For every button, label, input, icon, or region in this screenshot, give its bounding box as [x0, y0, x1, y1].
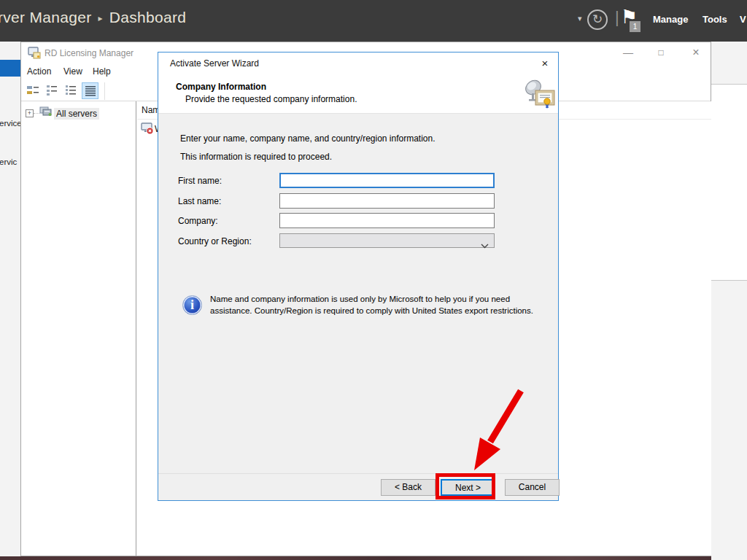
nav-item-fragment[interactable]: ervice: [0, 119, 20, 128]
close-button[interactable]: ×: [684, 44, 708, 61]
dashboard-tile-fragment: [711, 84, 747, 281]
cancel-button[interactable]: Cancel: [505, 479, 560, 496]
intro-line-1: Enter your name, company name, and count…: [180, 133, 436, 144]
company-label: Company:: [178, 216, 218, 226]
company-field[interactable]: [279, 213, 495, 228]
rd-tree-panel[interactable]: + All servers: [21, 101, 136, 556]
menu-tools[interactable]: Tools: [703, 14, 727, 25]
chevron-down-icon: [481, 238, 489, 252]
topbar-divider: |: [615, 8, 619, 27]
wizard-title: Activate Server Wizard: [170, 58, 259, 69]
server-manager-content-fragment: [711, 42, 747, 560]
server-manager-topbar: rver Manager▸Dashboard ▾ ↻ | ⚑ 1 Manage …: [0, 0, 747, 42]
tree-expand-icon[interactable]: +: [26, 109, 34, 117]
rd-licensing-app-icon: [28, 47, 41, 62]
tree-root-row[interactable]: + All servers: [26, 106, 99, 120]
export-list-icon[interactable]: [25, 82, 42, 99]
app-title-fragment: rver Manager: [0, 9, 91, 26]
country-region-label: Country or Region:: [178, 236, 252, 246]
info-note-text: Name and company information is used onl…: [210, 293, 535, 316]
wizard-subheading: Provide the requested company informatio…: [185, 94, 357, 104]
wizard-close-icon[interactable]: ×: [536, 56, 554, 71]
notification-count-badge[interactable]: 1: [630, 21, 640, 32]
first-name-label: First name:: [178, 176, 222, 186]
menu-manage[interactable]: Manage: [653, 14, 688, 25]
minimize-button[interactable]: —: [616, 44, 640, 61]
rd-window-title: RD Licensing Manager: [44, 48, 133, 58]
tree-item-all-servers[interactable]: All servers: [54, 108, 99, 120]
refresh-icon[interactable]: ↻: [587, 9, 608, 30]
annotation-highlight-box: [436, 473, 495, 499]
tree-connector: [34, 113, 39, 114]
server-error-icon: [141, 122, 154, 138]
app-title: rver Manager▸Dashboard: [0, 9, 186, 26]
wizard-titlebar[interactable]: Activate Server Wizard ×: [158, 52, 558, 74]
license-activation-icon: [523, 77, 557, 114]
last-name-field[interactable]: [279, 193, 495, 209]
small-icons-view-icon[interactable]: [63, 82, 80, 99]
back-button[interactable]: < Back: [381, 479, 436, 496]
intro-line-2: This information is required to proceed.: [180, 152, 332, 162]
details-view-icon[interactable]: [82, 82, 98, 99]
info-icon: i: [182, 295, 202, 315]
maximize-button[interactable]: □: [649, 44, 673, 61]
menu-view[interactable]: View: [63, 66, 82, 77]
list-view-icon[interactable]: [44, 82, 61, 99]
first-name-field[interactable]: [279, 173, 495, 188]
country-region-dropdown[interactable]: [279, 233, 495, 248]
wizard-header: Company Information Provide the requeste…: [158, 74, 558, 114]
toolbar-separator: [104, 82, 105, 100]
all-servers-icon: [39, 106, 53, 120]
menu-help[interactable]: Help: [93, 66, 111, 77]
last-name-label: Last name:: [178, 196, 221, 206]
breadcrumb-arrow-icon: ▸: [98, 13, 102, 23]
chevron-down-icon[interactable]: ▾: [578, 14, 582, 23]
nav-selected-highlight[interactable]: [0, 60, 20, 77]
nav-item-fragment[interactable]: ervic: [0, 158, 17, 166]
menu-action[interactable]: Action: [27, 66, 51, 77]
bottom-edge-artifact: [0, 556, 711, 560]
activate-server-wizard-dialog: Activate Server Wizard × Company Informa…: [158, 52, 559, 501]
wizard-heading: Company Information: [176, 82, 266, 92]
menu-view-cut[interactable]: V: [740, 14, 746, 25]
wizard-body: Enter your name, company name, and count…: [158, 114, 558, 473]
server-manager-nav-fragment: ervice ervic: [0, 42, 20, 560]
wizard-footer: < Back Next > Cancel: [158, 474, 558, 502]
breadcrumb-dashboard[interactable]: Dashboard: [109, 9, 186, 26]
